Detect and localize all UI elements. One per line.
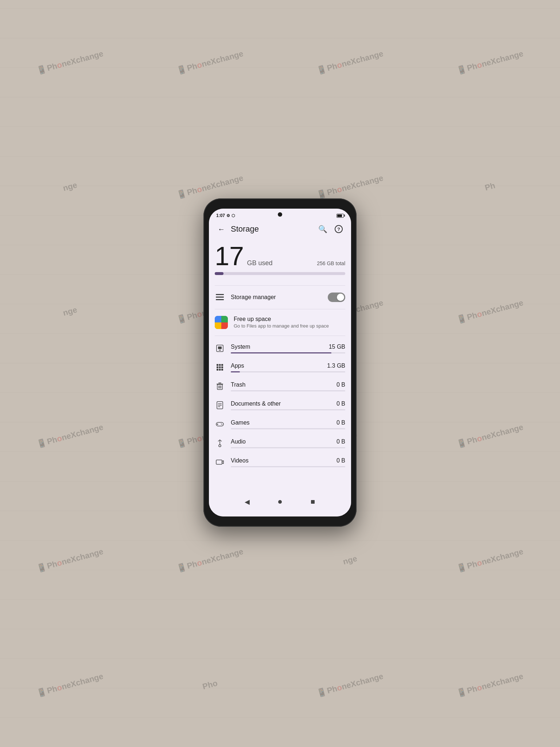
svg-rect-13	[219, 369, 221, 371]
system-item-bar-fill	[231, 352, 331, 353]
svg-rect-7	[219, 364, 221, 366]
app-bar: ← Storage 🔍 ?	[209, 220, 351, 239]
videos-icon	[215, 457, 225, 467]
help-icon: ?	[335, 225, 343, 233]
nav-recents-button[interactable]	[306, 495, 320, 509]
storage-manager-label: Storage manager	[231, 294, 328, 301]
audio-item-header: Audio 0 B	[231, 438, 345, 445]
storage-item-system[interactable]: System 15 GB	[215, 337, 345, 356]
search-button[interactable]: 🔍	[316, 222, 329, 236]
games-item-content: Games 0 B	[231, 419, 345, 429]
svg-rect-1	[216, 297, 224, 298]
svg-rect-0	[216, 294, 224, 295]
search-icon: 🔍	[318, 225, 327, 233]
phone-screen: 1:07 ⚙ ⬡ ← Storage 🔍 ?	[209, 209, 351, 516]
documents-item-bar	[231, 409, 345, 410]
videos-item-header: Videos 0 B	[231, 457, 345, 464]
divider-1	[215, 285, 345, 286]
documents-icon	[215, 400, 225, 410]
files-app-icon	[215, 316, 228, 329]
documents-item-header: Documents & other 0 B	[231, 400, 345, 407]
divider-3	[215, 336, 345, 336]
svg-rect-31	[216, 460, 222, 464]
storage-progress-bar	[215, 272, 345, 275]
storage-item-games[interactable]: Games 0 B	[215, 413, 345, 432]
help-button[interactable]: ?	[332, 222, 345, 236]
storage-item-apps[interactable]: Apps 1.3 GB	[215, 356, 345, 375]
audio-item-bar	[231, 447, 345, 448]
apps-item-bar	[231, 371, 345, 372]
storage-manager-toggle[interactable]	[328, 293, 345, 302]
system-item-header: System 15 GB	[231, 344, 345, 350]
games-item-size: 0 B	[337, 419, 345, 426]
nav-recents-icon	[311, 500, 315, 504]
audio-item-name: Audio	[231, 438, 246, 445]
svg-rect-14	[221, 369, 223, 371]
trash-item-header: Trash 0 B	[231, 382, 345, 388]
phone-device: 1:07 ⚙ ⬡ ← Storage 🔍 ?	[203, 198, 357, 527]
svg-rect-6	[217, 364, 218, 366]
games-item-bar	[231, 428, 345, 429]
status-left: 1:07 ⚙ ⬡	[216, 213, 235, 218]
storage-used-display: 17 GB used	[215, 243, 273, 269]
storage-content: 17 GB used 256 GB total	[209, 239, 351, 490]
apps-item-name: Apps	[231, 363, 244, 369]
files-icon-yellow	[215, 322, 221, 329]
audio-icon	[215, 438, 225, 448]
settings-icon: ⚙	[226, 213, 230, 218]
svg-point-29	[222, 424, 222, 425]
svg-rect-8	[221, 364, 223, 366]
svg-rect-5	[219, 350, 221, 351]
svg-rect-10	[219, 367, 221, 368]
back-button[interactable]: ←	[215, 222, 228, 236]
videos-item-name: Videos	[231, 457, 249, 464]
svg-point-30	[219, 445, 221, 447]
trash-item-size: 0 B	[337, 382, 345, 388]
nav-back-button[interactable]: ◀	[240, 495, 254, 509]
storage-manager-icon	[215, 292, 225, 302]
trash-item-name: Trash	[231, 382, 245, 388]
storage-manager-row[interactable]: Storage manager	[215, 287, 345, 307]
page-title: Storage	[231, 224, 316, 234]
battery-icon	[337, 214, 344, 218]
videos-item-bar	[231, 466, 345, 467]
apps-item-header: Apps 1.3 GB	[231, 363, 345, 369]
trash-icon	[215, 381, 225, 391]
audio-item-content: Audio 0 B	[231, 438, 345, 448]
files-icon-blue	[215, 316, 221, 322]
toggle-knob	[337, 294, 344, 301]
videos-item-content: Videos 0 B	[231, 457, 345, 467]
cast-icon: ⬡	[232, 213, 235, 218]
battery-fill	[337, 214, 342, 217]
storage-item-audio[interactable]: Audio 0 B	[215, 432, 345, 451]
free-space-subtitle: Go to Files app to manage and free up sp…	[234, 323, 329, 329]
divider-2	[215, 309, 345, 309]
apps-item-size: 1.3 GB	[327, 363, 345, 369]
free-up-space-row[interactable]: Free up space Go to Files app to manage …	[215, 311, 345, 334]
nav-home-button[interactable]	[273, 495, 287, 509]
storage-number-row: 17 GB used 256 GB total	[215, 243, 345, 269]
storage-item-videos[interactable]: Videos 0 B	[215, 451, 345, 470]
files-icon-red	[221, 322, 228, 329]
storage-item-documents[interactable]: Documents & other 0 B	[215, 394, 345, 413]
svg-rect-16	[218, 383, 221, 383]
documents-item-name: Documents & other	[231, 400, 281, 407]
apps-item-content: Apps 1.3 GB	[231, 363, 345, 372]
storage-gb-number: 17	[215, 241, 244, 271]
storage-total: 256 GB total	[317, 260, 345, 266]
games-icon	[215, 419, 225, 429]
status-time: 1:07	[216, 213, 225, 218]
storage-item-trash[interactable]: Trash 0 B	[215, 375, 345, 394]
trash-item-bar	[231, 390, 345, 391]
nav-bar: ◀	[209, 490, 351, 516]
camera-notch	[278, 212, 282, 217]
svg-point-28	[221, 423, 222, 424]
free-space-title: Free up space	[234, 316, 329, 322]
system-item-bar	[231, 352, 345, 353]
games-item-name: Games	[231, 419, 250, 426]
svg-rect-4	[218, 347, 222, 349]
system-item-size: 15 GB	[329, 344, 345, 350]
storage-gb-unit: GB used	[247, 259, 273, 267]
system-item-name: System	[231, 344, 250, 350]
status-right	[337, 214, 344, 218]
